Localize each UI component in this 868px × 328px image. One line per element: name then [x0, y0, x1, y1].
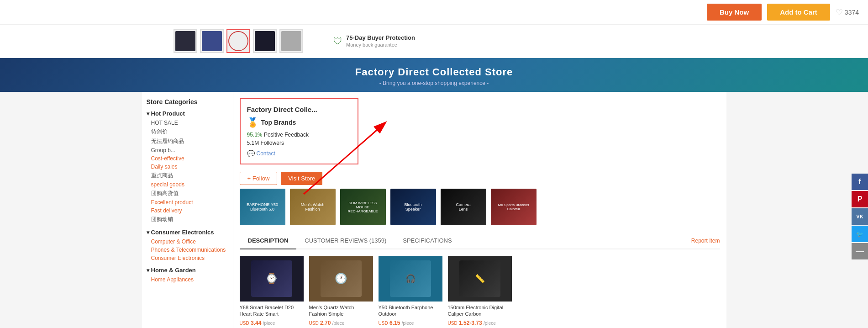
followers-row: 5.1M Followers — [247, 140, 351, 146]
store-actions: + Follow Visit Store — [240, 170, 720, 185]
protection-title: 75-Day Buyer Protection — [346, 34, 415, 41]
price-amount-1: 3.44 — [251, 320, 261, 326]
product-image-1: ⌚ — [240, 256, 304, 302]
store-thumb-5[interactable]: CameraLens — [441, 189, 486, 225]
product-name-3: Y50 Bluetooth Earphone Outdoor — [379, 304, 442, 318]
store-thumb-6-label: M6 Sports BraceletColorful — [496, 201, 531, 213]
sidebar-section-home-garden[interactable]: Home & Garden — [147, 267, 228, 274]
visit-store-button[interactable]: Visit Store — [281, 172, 322, 185]
store-thumb-1-label: EARPHONE Y50Bluetooth 5.0 — [245, 201, 280, 213]
sidebar-item-tuangou-dongxiao[interactable]: 团购动销 — [147, 215, 228, 224]
vk-button[interactable]: VK — [852, 208, 868, 225]
store-thumb-4-label: BluetoothSpeaker — [402, 201, 423, 213]
price-currency-3: USD — [379, 321, 388, 326]
sidebar-item-daijia[interactable]: 待剑价 — [147, 127, 228, 137]
product-actions: Buy Now Add to Cart ♡ 3374 — [707, 4, 859, 21]
wishlist-number: 3374 — [845, 9, 859, 16]
product-card-3[interactable]: 🎧 Y50 Bluetooth Earphone Outdoor USD 6.1… — [379, 256, 442, 326]
sidebar-item-computer-office[interactable]: Computer & Office — [147, 238, 228, 246]
feedback-row: 95.1% Positive Feedback — [247, 132, 351, 138]
contact-row[interactable]: 💬 Contact — [247, 150, 351, 157]
social-sidebar: f P VK 🐦 — — [852, 174, 868, 259]
add-to-cart-button[interactable]: Add to Cart — [767, 4, 830, 21]
report-item-link[interactable]: Report Item — [691, 238, 720, 244]
price-unit-4: /piece — [484, 321, 496, 326]
heart-icon[interactable]: ♡ — [836, 7, 843, 17]
twitter-button[interactable]: 🐦 — [852, 226, 868, 242]
pinterest-button[interactable]: P — [852, 191, 868, 207]
product-name-4: 150mm Electronic Digital Caliper Carbon — [448, 304, 512, 318]
store-thumb-3[interactable]: SLIM WIRELESS MOUSERECHARGEABLE — [340, 189, 386, 225]
sidebar-item-group-b[interactable]: Group b... — [147, 146, 228, 154]
product-price-3: USD 6.15 /piece — [379, 320, 442, 326]
sidebar-item-zhongdian[interactable]: 重点商品 — [147, 171, 228, 180]
price-unit-1: /piece — [263, 321, 275, 326]
sidebar-section-consumer-electronics[interactable]: Consumer Electronics — [147, 229, 228, 236]
facebook-button[interactable]: f — [852, 174, 868, 190]
sidebar-item-hot-sale[interactable]: HOT SALE — [147, 119, 228, 127]
store-content: Factory Direct Colle... 🏅 Top Brands 95.… — [233, 92, 726, 328]
tab-specifications[interactable]: SPECIFICATIONS — [395, 233, 460, 249]
product-image-3: 🎧 — [379, 256, 442, 302]
sidebar-item-consumer-electronics[interactable]: Consumer Electronics — [147, 254, 228, 262]
thumbnail-5[interactable] — [279, 29, 303, 53]
store-thumb-6[interactable]: M6 Sports BraceletColorful — [491, 189, 537, 225]
followers-label: Followers — [261, 140, 284, 146]
more-social-button[interactable]: — — [852, 243, 868, 259]
store-info-box: Factory Direct Colle... 🏅 Top Brands 95.… — [240, 98, 358, 164]
tab-customer-reviews[interactable]: CUSTOMER REVIEWS (1359) — [296, 233, 395, 249]
product-image-4: 📏 — [448, 256, 512, 302]
contact-label: Contact — [257, 150, 275, 157]
product-card-4[interactable]: 📏 150mm Electronic Digital Caliper Carbo… — [448, 256, 512, 326]
sidebar-item-phones-telecom[interactable]: Phones & Telecommunications — [147, 246, 228, 254]
thumbnail-strip: 🛡 75-Day Buyer Protection Money back gua… — [0, 25, 868, 58]
sidebar-item-excellent-product[interactable]: Excellent product — [147, 198, 228, 206]
thumbnail-1[interactable] — [174, 29, 197, 53]
product-price-4: USD 1.52-3.73 /piece — [448, 320, 512, 326]
store-thumb-5-label: CameraLens — [454, 201, 472, 213]
protection-subtitle: Money back guarantee — [346, 42, 397, 48]
store-thumb-3-label: SLIM WIRELESS MOUSERECHARGEABLE — [340, 199, 386, 215]
store-info-section: Factory Direct Colle... 🏅 Top Brands 95.… — [240, 98, 720, 185]
store-name: Factory Direct Colle... — [247, 106, 351, 113]
thumbnail-2[interactable] — [200, 29, 224, 53]
store-banner: Factory Direct Collected Store - Bring y… — [0, 58, 868, 92]
feedback-label: Positive Feedback — [264, 132, 309, 138]
sidebar-item-daily-sales[interactable]: Daily sales — [147, 163, 228, 171]
tab-description[interactable]: DESCRIPTION — [240, 233, 297, 249]
product-card-2[interactable]: 🕐 Men's Quartz Watch Fashion Simple USD … — [309, 256, 373, 326]
sidebar-section-hot-product[interactable]: Hot Product — [147, 110, 228, 117]
store-thumb-4[interactable]: BluetoothSpeaker — [390, 189, 436, 225]
product-price-1: USD 3.44 /piece — [240, 320, 304, 326]
store-product-thumbnails: EARPHONE Y50Bluetooth 5.0 Men's WatchFas… — [240, 189, 720, 225]
price-currency-4: USD — [448, 321, 458, 326]
product-card-1[interactable]: ⌚ Y68 Smart Bracelet D20 Heart Rate Smar… — [240, 256, 304, 326]
sidebar-title: Store Categories — [147, 98, 228, 106]
price-currency-1: USD — [240, 321, 249, 326]
sidebar-item-cost-effective[interactable]: Cost-effective — [147, 154, 228, 163]
product-image-2: 🕐 — [309, 256, 373, 302]
sidebar-item-fast-delivery[interactable]: Fast delivery — [147, 206, 228, 215]
medal-icon: 🏅 — [247, 117, 258, 128]
sidebar-item-special-goods[interactable]: special goods — [147, 180, 228, 189]
product-name-2: Men's Quartz Watch Fashion Simple — [309, 304, 373, 318]
thumbnail-3[interactable] — [226, 29, 250, 53]
sidebar-item-tuangou-gaozhi[interactable]: 团购高货值 — [147, 189, 228, 198]
sidebar-item-wufa[interactable]: 无法履约商品 — [147, 137, 228, 146]
thumbnail-4[interactable] — [253, 29, 277, 53]
price-amount-3: 6.15 — [389, 320, 400, 326]
buy-now-button[interactable]: Buy Now — [707, 4, 762, 21]
product-name-1: Y68 Smart Bracelet D20 Heart Rate Smart — [240, 304, 304, 318]
store-banner-title: Factory Direct Collected Store — [0, 66, 868, 78]
shield-icon: 🛡 — [333, 36, 342, 47]
price-unit-3: /piece — [402, 321, 414, 326]
store-thumb-1[interactable]: EARPHONE Y50Bluetooth 5.0 — [240, 189, 285, 225]
store-thumb-2[interactable]: Men's WatchFashion — [290, 189, 336, 225]
price-amount-2: 2.70 — [320, 320, 331, 326]
sidebar-item-home-appliances[interactable]: Home Appliances — [147, 275, 228, 284]
product-tabs: DESCRIPTION CUSTOMER REVIEWS (1359) SPEC… — [240, 233, 720, 249]
wishlist-count: ♡ 3374 — [836, 7, 859, 17]
sidebar: Store Categories Hot Product HOT SALE 待剑… — [142, 92, 233, 328]
follow-button[interactable]: + Follow — [240, 172, 278, 185]
price-currency-2: USD — [309, 321, 319, 326]
